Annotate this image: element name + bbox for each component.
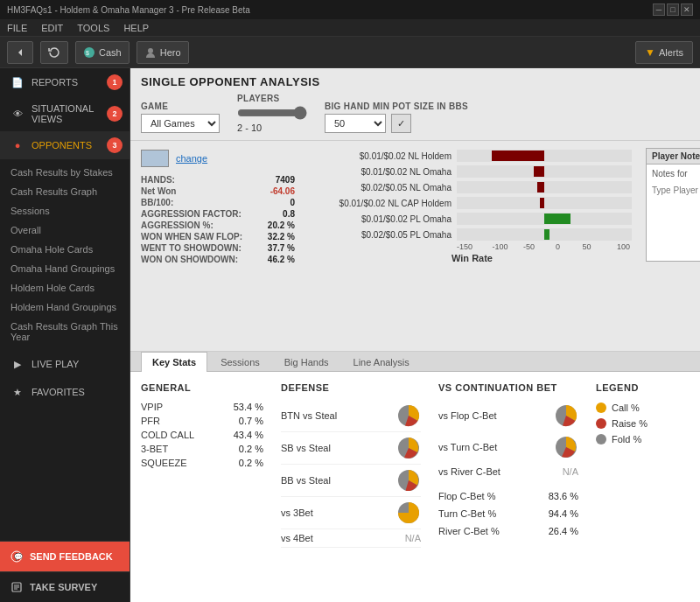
stat-won-saw-flop: WON WHEN SAW FLOP: 32.2 %: [141, 231, 295, 242]
liveplay-icon: ▶: [10, 357, 24, 371]
change-link[interactable]: change: [176, 153, 207, 164]
player-notes-panel: Player Notes Notes for ▼: [639, 141, 700, 351]
legend-section: LEGEND Call % Raise % Fold %: [596, 382, 700, 592]
refresh-button[interactable]: [40, 41, 68, 64]
opponent-avatar: [141, 150, 169, 167]
cbet-turn: vs Turn C-Bet: [438, 431, 578, 463]
game-bar-row-3: $0.01/$0.02 NL CAP Holdem: [312, 197, 632, 209]
tab-line-analysis[interactable]: Line Analysis: [342, 352, 421, 372]
soa-controls: GAME All Games PLAYERS 2 - 10 BIG HAND M…: [141, 94, 690, 140]
bar-label-4: $0.01/$0.02 PL Omaha: [312, 214, 457, 224]
back-button[interactable]: [7, 41, 33, 64]
vs3bet-label: vs 3Bet: [281, 508, 351, 518]
sub-omaha-hand-groups[interactable]: Omaha Hand Groupings: [0, 259, 130, 278]
defense-vs4bet: vs 4Bet N/A: [281, 529, 421, 548]
notes-panel: Player Notes Notes for ▼: [646, 148, 700, 262]
general-title: GENERAL: [141, 382, 263, 393]
sub-holdem-hand-groups[interactable]: Holdem Hand Groupings: [0, 298, 130, 317]
winrate-label: Win Rate: [312, 253, 632, 263]
svg-point-2: [148, 48, 153, 53]
stat-3bet: 3-BET 0.2 %: [141, 442, 263, 456]
bar-label-5: $0.02/$0.05 PL Omaha: [312, 230, 457, 240]
apply-button[interactable]: ✓: [391, 114, 411, 133]
close-button[interactable]: ✕: [681, 4, 693, 16]
stats-table: HANDS: 7409 Net Won -64.06 BB/100: 0 AGG…: [141, 174, 295, 265]
sb-steal-pie: [396, 436, 421, 460]
maximize-button[interactable]: □: [667, 4, 679, 16]
stat-hands: HANDS: 7409: [141, 174, 295, 186]
hero-button[interactable]: Hero: [136, 41, 189, 64]
sub-cash-graph-year[interactable]: Cash Results Graph This Year: [0, 317, 130, 346]
reports-label: REPORTS: [32, 77, 78, 88]
favorites-label: FAVORITES: [32, 387, 85, 397]
stat-net-won: Net Won -64.06: [141, 186, 295, 197]
turn-cbet-pct-value: 94.4 %: [549, 508, 578, 519]
hands-value: 7409: [276, 175, 295, 185]
sidebar: 📄 REPORTS 1 👁 SITUATIONAL VIEWS 2 ● OPPO…: [0, 68, 130, 602]
cbet-pct-rows: Flop C-Bet % 83.6 % Turn C-Bet % 94.4 % …: [438, 487, 578, 540]
notes-title: Player Notes: [647, 149, 700, 164]
sub-cash-stakes[interactable]: Cash Results by Stakes: [0, 163, 130, 182]
sidebar-item-opponents[interactable]: ● OPPONENTS 3: [0, 131, 130, 159]
game-bar-row-4: $0.01/$0.02 PL Omaha: [312, 213, 632, 225]
cbet-title: VS CONTINUATION BET: [438, 382, 578, 393]
window-title: HM3FAQs1 - Holdem & Omaha Manager 3 - Pr…: [7, 5, 250, 15]
svg-text:💬: 💬: [14, 552, 23, 561]
pot-size-select[interactable]: 50: [325, 114, 386, 133]
alerts-button[interactable]: ▼ Alerts: [635, 41, 693, 64]
general-section: GENERAL VPIP 53.4 % PFR 0.7 % COLD CALL …: [141, 382, 263, 592]
sub-omaha-hole[interactable]: Omaha Hole Cards: [0, 240, 130, 259]
net-won-label: Net Won: [141, 186, 176, 196]
favorites-icon: ★: [10, 385, 24, 399]
tab-big-hands[interactable]: Big Hands: [273, 352, 340, 372]
tab-key-stats[interactable]: Key Stats: [141, 352, 207, 372]
sub-holdem-hole[interactable]: Holdem Hole Cards: [0, 278, 130, 298]
river-cbet-pct-label: River C-Bet %: [438, 526, 500, 536]
went-showdown-value: 37.7 %: [268, 243, 295, 253]
take-survey-button[interactable]: TAKE SURVEY: [0, 571, 130, 602]
net-won-value: -64.06: [270, 186, 295, 196]
stat-agg-pct: AGGRESSION %: 20.2 %: [141, 220, 295, 231]
sidebar-item-liveplay[interactable]: ▶ LIVE PLAY: [0, 350, 130, 378]
sidebar-item-situational[interactable]: 👁 SITUATIONAL VIEWS 2: [0, 96, 130, 131]
turn-cbet-label: vs Turn C-Bet: [438, 442, 497, 452]
btn-steal-pie: [396, 403, 421, 428]
btn-steal-label: BTN vs Steal: [281, 410, 351, 421]
opponent-left: change HANDS: 7409 Net Won -64.06 BB/100…: [130, 141, 305, 351]
3bet-label: 3-BET: [141, 444, 168, 454]
menu-file[interactable]: FILE: [7, 23, 27, 33]
sub-cash-graph[interactable]: Cash Results Graph: [0, 182, 130, 201]
notes-textarea[interactable]: [647, 182, 700, 261]
axis-labels: -150 -100 -50 0 50 100: [457, 242, 632, 251]
agg-pct-value: 20.2 %: [268, 220, 295, 230]
agg-factor-label: AGGRESSION FACTOR:: [141, 209, 242, 219]
tab-sessions[interactable]: Sessions: [209, 352, 271, 372]
badge-3: 3: [107, 137, 122, 153]
menu-edit[interactable]: EDIT: [41, 23, 63, 33]
menu-help[interactable]: HELP: [123, 23, 149, 33]
sub-sessions[interactable]: Sessions: [0, 201, 130, 220]
cash-button[interactable]: $ Cash: [75, 41, 130, 64]
game-select[interactable]: All Games: [141, 114, 220, 133]
players-label: PLAYERS: [237, 94, 307, 103]
game-bars-section: $0.01/$0.02 NL Holdem $0.01/$0.02 NL Oma…: [305, 141, 639, 351]
situational-label: SITUATIONAL VIEWS: [32, 103, 119, 124]
svg-text:$: $: [86, 50, 89, 56]
send-feedback-button[interactable]: 💬 SEND FEEDBACK: [0, 542, 130, 571]
sidebar-item-reports[interactable]: 📄 REPORTS 1: [0, 68, 130, 96]
liveplay-label: LIVE PLAY: [32, 359, 79, 369]
game-bar-row-2: $0.02/$0.05 NL Omaha: [312, 181, 632, 193]
bar-label-1: $0.01/$0.02 NL Omaha: [312, 167, 457, 177]
call-dot: [596, 402, 606, 413]
defense-bb-steal: BB vs Steal: [281, 465, 421, 497]
vpip-label: VPIP: [141, 402, 163, 412]
players-slider[interactable]: [237, 106, 307, 120]
minimize-button[interactable]: ─: [653, 4, 665, 16]
game-bar-row-5: $0.02/$0.05 PL Omaha: [312, 228, 632, 241]
sidebar-bottom: 💬 SEND FEEDBACK TAKE SURVEY: [0, 541, 130, 602]
sub-overall[interactable]: Overall: [0, 220, 130, 240]
soa-title: SINGLE OPPONENT ANALYSIS: [141, 75, 690, 88]
vs3bet-pie: [396, 500, 421, 525]
sidebar-item-favorites[interactable]: ★ FAVORITES: [0, 378, 130, 406]
menu-tools[interactable]: TOOLS: [77, 23, 109, 33]
